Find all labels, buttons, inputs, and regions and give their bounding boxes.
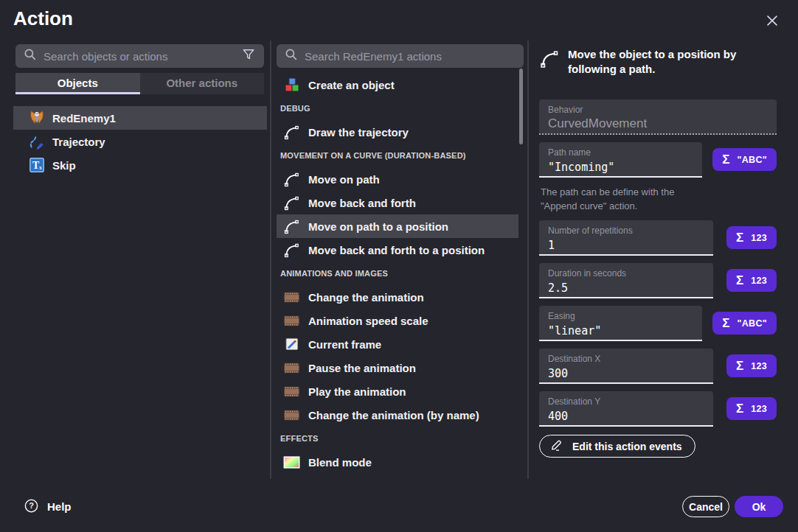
action-label: Move on path — [308, 173, 380, 186]
field-number-of-repetitions[interactable]: Number of repetitions1 — [539, 220, 713, 256]
expression-button-123-destination-y[interactable]: Σ123 — [726, 397, 777, 420]
field-destination-y[interactable]: Destination Y400 — [539, 391, 713, 427]
action-label: Current frame — [308, 338, 381, 351]
action-item-current-frame[interactable]: Current frame — [277, 332, 518, 356]
action-label: Animation speed scale — [308, 315, 429, 327]
object-item-skip[interactable]: TxSkip — [13, 153, 267, 177]
object-label: RedEnemy1 — [52, 112, 116, 125]
film-icon — [282, 382, 301, 401]
tab-other-actions[interactable]: Other actions — [140, 73, 265, 94]
field-value: 1 — [548, 239, 704, 252]
expression-button-label: 123 — [751, 233, 767, 243]
action-item-pause-the-animation[interactable]: Pause the animation — [277, 356, 518, 379]
frame-icon — [282, 335, 301, 354]
action-item-animation-speed-scale[interactable]: Animation speed scale — [277, 309, 518, 332]
expression-button-label: "ABC" — [738, 318, 767, 329]
action-item-move-back-and-forth[interactable]: Move back and forth — [277, 191, 518, 214]
svg-text:?: ? — [29, 501, 34, 510]
filter-icon[interactable] — [241, 47, 256, 65]
actions-search-input[interactable] — [305, 50, 516, 63]
help-button[interactable]: ? Help — [24, 497, 72, 516]
left-panel-tabs: ObjectsOther actions — [15, 73, 264, 94]
expression-button-123-duration-in-seconds[interactable]: Σ123 — [726, 269, 777, 292]
help-label: Help — [47, 500, 72, 513]
action-label: Move back and forth to a position — [308, 244, 485, 256]
action-dialog: Action ObjectsOther actions RedEnemy1Tra… — [0, 0, 798, 532]
field-destination-x[interactable]: Destination X300 — [539, 349, 713, 384]
action-item-play-the-animation[interactable]: Play the animation — [277, 379, 518, 403]
text-object-icon: Tx — [27, 156, 46, 175]
field-duration-in-seconds[interactable]: Duration in seconds2.5 — [539, 263, 713, 298]
ok-button[interactable]: Ok — [735, 496, 783, 517]
close-button[interactable] — [762, 11, 783, 32]
action-item-draw-the-trajectory[interactable]: Draw the trajectory — [277, 120, 518, 144]
sigma-icon: Σ — [736, 402, 743, 415]
curve-icon — [282, 241, 301, 259]
expression-button-abc-easing[interactable]: Σ"ABC" — [712, 312, 777, 335]
action-item-create-an-object[interactable]: Create an object — [277, 73, 518, 97]
field-helper-text: The path can be define with the "Append … — [539, 185, 695, 213]
edit-action-events-button[interactable]: Edit this action events — [539, 435, 695, 458]
cancel-button[interactable]: Cancel — [682, 496, 729, 517]
action-label: Play the animation — [308, 385, 406, 398]
action-label: Create an object — [308, 79, 395, 91]
section-header-debug: DEBUG — [277, 97, 518, 120]
action-item-blend-mode[interactable]: Blend mode — [277, 450, 518, 474]
expression-button-abc-path-name[interactable]: Σ"ABC" — [712, 148, 777, 171]
panel-divider — [527, 41, 529, 479]
field-label: Behavior — [548, 105, 768, 115]
film-icon — [282, 406, 301, 424]
object-item-trajectory[interactable]: Trajectory — [13, 130, 267, 153]
edit-button-label: Edit this action events — [572, 441, 682, 452]
scrollbar-thumb[interactable] — [519, 69, 523, 144]
svg-text:x: x — [39, 164, 42, 171]
field-row-path-name: Path name"Incoming"Σ"ABC" — [539, 142, 777, 178]
object-item-redenemy1[interactable]: RedEnemy1 — [13, 106, 267, 130]
cubes-icon — [282, 76, 301, 94]
field-row-destination-y: Destination Y400Σ123 — [539, 391, 777, 427]
action-item-move-on-path-to-a-position[interactable]: Move on path to a position — [277, 214, 518, 238]
curve-icon — [282, 123, 301, 141]
film-icon — [282, 312, 301, 330]
field-easing[interactable]: Easing"linear" — [539, 306, 702, 341]
action-label: Pause the animation — [308, 362, 416, 374]
field-value: 300 — [548, 367, 704, 380]
action-item-move-on-path[interactable]: Move on path — [277, 167, 518, 191]
blend-icon — [282, 453, 301, 472]
field-label: Easing — [548, 311, 693, 321]
objects-list: RedEnemy1TrajectoryTxSkip — [13, 106, 267, 177]
action-item-move-back-and-forth-to-a-position[interactable]: Move back and forth to a position — [277, 238, 518, 262]
action-item-change-the-animation-by-name[interactable]: Change the animation (by name) — [277, 403, 518, 427]
field-row-number-of-repetitions: Number of repetitions1Σ123 — [539, 220, 777, 256]
action-item-change-the-animation[interactable]: Change the animation — [277, 285, 518, 309]
action-label: Change the animation — [308, 291, 424, 304]
field-label: Number of repetitions — [548, 225, 704, 236]
object-label: Trajectory — [52, 136, 105, 148]
tab-objects[interactable]: Objects — [15, 73, 140, 94]
action-label: Change the animation (by name) — [308, 409, 479, 421]
red-enemy-icon — [27, 109, 46, 127]
action-label: Blend mode — [308, 456, 372, 469]
actions-scrollbar[interactable] — [519, 69, 523, 474]
section-header-animations-and-images: ANIMATIONS AND IMAGES — [277, 262, 518, 285]
sigma-icon: Σ — [722, 153, 729, 166]
objects-search-input[interactable] — [44, 50, 235, 63]
curve-icon — [282, 194, 301, 212]
objects-search-bar[interactable] — [15, 44, 264, 68]
sigma-icon: Σ — [736, 231, 743, 244]
field-row-behavior: BehaviorCurvedMovement — [539, 99, 777, 135]
field-label: Path name — [548, 147, 693, 158]
field-value: 2.5 — [548, 281, 704, 295]
field-value: 400 — [548, 410, 704, 423]
actions-list: Create an objectDEBUGDraw the trajectory… — [277, 73, 518, 474]
action-label: Move on path to a position — [308, 220, 448, 233]
field-path-name[interactable]: Path name"Incoming" — [539, 142, 702, 178]
pencil-icon — [549, 438, 564, 455]
actions-search-bar[interactable] — [277, 44, 524, 68]
field-label: Destination X — [548, 354, 704, 364]
search-icon — [285, 48, 298, 64]
expression-button-123-number-of-repetitions[interactable]: Σ123 — [726, 226, 777, 249]
panel-divider — [270, 41, 271, 479]
expression-button-123-destination-x[interactable]: Σ123 — [726, 354, 777, 377]
curve-icon — [282, 217, 301, 236]
